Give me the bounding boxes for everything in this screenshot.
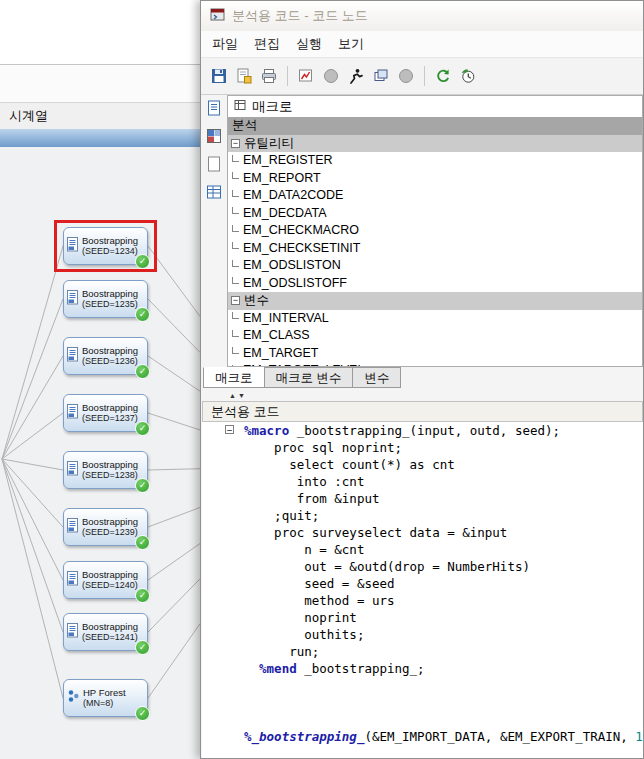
macro-group-label: 유틸리티	[244, 135, 294, 153]
window-title-bar[interactable]: 분석용 코드 - 코드 노드	[201, 1, 643, 32]
code-line	[202, 677, 643, 694]
macro-item[interactable]: EM_DATA2CODE	[228, 187, 642, 205]
table-icon[interactable]	[204, 182, 224, 202]
diagram-node[interactable]: Boostrapping(SEED=1238)✓	[63, 451, 148, 489]
node-subtitle: (MN=8)	[83, 698, 126, 709]
macro-group-selected[interactable]: 분석	[228, 117, 642, 135]
collapse-icon[interactable]	[231, 139, 240, 148]
tab-매크로 변수[interactable]: 매크로 변수	[264, 367, 354, 388]
page-icon[interactable]	[204, 98, 224, 118]
print-icon[interactable]	[258, 65, 280, 87]
node-title: Boostrapping	[82, 235, 138, 246]
macro-group-label: 분석	[232, 117, 257, 135]
diagram-node[interactable]: Boostrapping(SEED=1234)✓	[63, 227, 148, 265]
node-code-node-icon	[67, 461, 79, 480]
macro-list-panel: 매크로 분석유틸리티EM_REGISTEREM_REPORTEM_DATA2CO…	[227, 95, 643, 367]
toolbar-separator	[287, 66, 288, 86]
macro-item[interactable]: EM_TARGET	[228, 345, 642, 363]
diagram-node[interactable]: Boostrapping(SEED=1236)✓	[63, 337, 148, 375]
menu-item-실행[interactable]: 실행	[288, 32, 330, 56]
node-title: HP Forest	[83, 687, 126, 698]
macro-item-label: EM_INTERVAL	[243, 310, 329, 328]
menu-bar: 파일편집실행보기	[201, 31, 643, 57]
diagram-node[interactable]: Boostrapping(SEED=1241)✓	[63, 613, 148, 651]
run-icon[interactable]	[345, 65, 367, 87]
macro-item[interactable]: EM_REGISTER	[228, 152, 642, 170]
code-line: seed = &seed	[202, 575, 643, 592]
macro-group[interactable]: 유틸리티	[228, 135, 642, 153]
history-icon[interactable]	[457, 65, 479, 87]
diagram-node[interactable]: Boostrapping(SEED=1240)✓	[63, 561, 148, 599]
tab-변수[interactable]: 변수	[352, 367, 401, 388]
code-line	[202, 711, 643, 728]
toolbar	[201, 57, 643, 95]
splitter-down-icon[interactable]: ▼	[238, 392, 247, 399]
code-node-window: 분석용 코드 - 코드 노드 파일편집실행보기	[200, 0, 644, 759]
tree-tick-icon	[232, 277, 239, 284]
macro-item[interactable]: EM_INTERVAL	[228, 310, 642, 328]
stop-icon	[395, 65, 417, 87]
node-title: Boostrapping	[82, 569, 138, 580]
macro-root-icon	[234, 99, 246, 114]
tree-tick-icon	[232, 225, 239, 232]
macro-item[interactable]: EM_REPORT	[228, 170, 642, 188]
node-title: Boostrapping	[82, 345, 138, 356]
tree-tick-icon	[232, 260, 239, 267]
status-complete-icon: ✓	[135, 307, 150, 322]
grid-icon[interactable]	[204, 126, 224, 146]
node-subtitle: (SEED=1241)	[82, 632, 138, 643]
splitter-up-icon[interactable]: ▲	[229, 392, 238, 399]
code-line: noprint	[202, 609, 643, 626]
macro-item-label: EM_CHECKSETINIT	[243, 240, 360, 258]
node-text: HP Forest(MN=8)	[83, 687, 126, 709]
code-editor[interactable]: %macro _bootstrapping_(input, outd, seed…	[202, 422, 643, 758]
window-title: 분석용 코드 - 코드 노드	[232, 7, 368, 25]
macro-item[interactable]: EM_DECDATA	[228, 205, 642, 223]
node-text: Boostrapping(SEED=1237)	[82, 402, 138, 424]
diagram-node[interactable]: Boostrapping(SEED=1235)✓	[63, 280, 148, 318]
fold-collapse-icon[interactable]	[225, 425, 234, 434]
run-chart-icon[interactable]	[295, 65, 317, 87]
macro-group-label: 변수	[244, 292, 269, 310]
node-text: Boostrapping(SEED=1238)	[82, 459, 138, 481]
refresh-icon[interactable]	[432, 65, 454, 87]
node-hp-forest-icon	[67, 689, 80, 707]
status-complete-icon: ✓	[135, 706, 150, 721]
tab-매크로[interactable]: 매크로	[203, 367, 265, 388]
macro-root-row[interactable]: 매크로	[228, 96, 642, 117]
results-window-icon[interactable]	[370, 65, 392, 87]
menu-item-편집[interactable]: 편집	[246, 32, 288, 56]
status-complete-icon: ✓	[135, 640, 150, 655]
macro-item[interactable]: EM_CHECKMACRO	[228, 222, 642, 240]
menu-item-파일[interactable]: 파일	[204, 32, 246, 56]
macro-item[interactable]: EM_CHECKSETINIT	[228, 240, 642, 258]
code-line: from &input	[202, 490, 643, 507]
macro-root-label: 매크로	[252, 98, 293, 116]
diagram-node[interactable]: HP Forest(MN=8)✓	[63, 679, 148, 717]
diagram-node[interactable]: Boostrapping(SEED=1237)✓	[63, 394, 148, 432]
node-code-node-icon	[67, 623, 79, 642]
menu-item-보기[interactable]: 보기	[330, 32, 372, 56]
node-text: Boostrapping(SEED=1236)	[82, 345, 138, 367]
node-text: Boostrapping(SEED=1241)	[82, 621, 138, 643]
macro-group[interactable]: 변수	[228, 292, 642, 310]
macro-item-label: EM_ODSLISTOFF	[243, 275, 347, 293]
tree-tick-icon	[232, 207, 239, 214]
screenshot-root: 시계열 Boostrapping(SEED=1234)✓Boostrapping…	[0, 0, 644, 759]
macro-item[interactable]: EM_ODSLISTOFF	[228, 275, 642, 293]
macro-tree: 분석유틸리티EM_REGISTEREM_REPORTEM_DATA2CODEEM…	[228, 117, 642, 367]
collapse-icon[interactable]	[231, 296, 240, 305]
diagram-node[interactable]: Boostrapping(SEED=1239)✓	[63, 508, 148, 546]
macro-item-label: EM_REGISTER	[243, 152, 333, 170]
macro-item[interactable]: EM_CLASS	[228, 327, 642, 345]
blank-page-icon[interactable]	[204, 154, 224, 174]
code-line: proc sql noprint;	[202, 439, 643, 456]
macro-item-label: EM_TARGET	[243, 345, 318, 363]
node-title: Boostrapping	[82, 516, 138, 527]
save-icon[interactable]	[208, 65, 230, 87]
code-section-header: 분석용 코드	[202, 401, 643, 422]
dialog-content: 매크로 분석유틸리티EM_REGISTEREM_REPORTEM_DATA2CO…	[201, 93, 643, 758]
tree-tick-icon	[232, 312, 239, 319]
export-icon[interactable]	[233, 65, 255, 87]
macro-item[interactable]: EM_ODSLISTON	[228, 257, 642, 275]
